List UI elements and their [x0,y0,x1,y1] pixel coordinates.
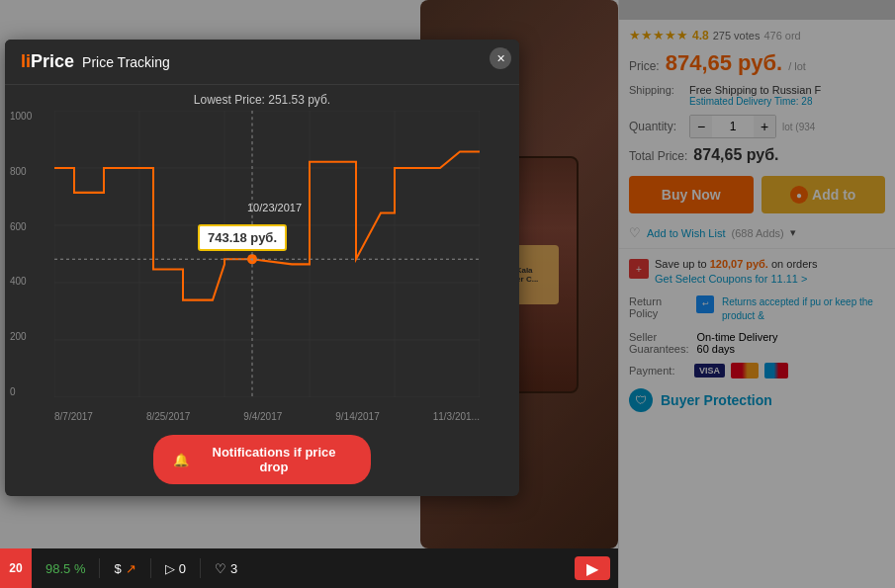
toolbar-percent-item[interactable]: 98.5 % [32,561,99,576]
youtube-button[interactable]: ▶ [575,556,610,580]
y-label-200: 200 [10,331,32,342]
y-label-800: 800 [10,166,32,177]
x-label-4: 9/14/2017 [335,411,380,422]
toolbar-hearts-item[interactable]: ♡ 3 [201,561,251,576]
y-label-1000: 1000 [10,111,32,122]
arrow-up-icon: ↗ [126,561,136,576]
play-icon: ▷ [165,561,175,576]
price-chart: 0 200 400 600 800 1000 [5,111,519,427]
chart-svg [54,111,480,397]
lowest-price-label: Lowest Price: 251.53 руб. [5,85,519,111]
x-label-2: 8/25/2017 [146,411,191,422]
y-label-0: 0 [10,386,32,397]
tooltip-price: 743.18 руб. [198,224,287,251]
hearts-count: 3 [230,561,237,576]
heart-outline-icon: ♡ [215,561,226,576]
y-label-400: 400 [10,276,32,287]
x-axis-labels: 8/7/2017 8/25/2017 9/4/2017 9/14/2017 11… [54,411,480,422]
logo-price: Price [31,51,74,71]
x-label-1: 8/7/2017 [54,411,93,422]
modal-close-button[interactable]: ✕ [490,47,511,69]
notify-button[interactable]: 🔔 Notifications if price drop [153,435,371,484]
bottom-toolbar: 20 98.5 % $ ↗ ▷ 0 ♡ 3 ▶ [0,548,618,588]
plays-count: 0 [179,561,186,576]
toolbar-dollar-item[interactable]: $ ↗ [100,561,149,576]
dollar-icon: $ [114,561,121,576]
percent-value: 98.5 % [45,561,85,576]
youtube-icon: ▶ [586,559,598,578]
logo-li: li [21,51,31,71]
tooltip-date: 10/23/2017 [247,202,302,213]
modal-title: Price Tracking [82,54,170,70]
modal-header: liPrice Price Tracking ⚙ [5,40,519,85]
notify-label: Notifications if price drop [197,445,351,474]
y-label-600: 600 [10,221,32,232]
price-modal: ✕ liPrice Price Tracking ⚙ Lowest Price:… [5,40,519,496]
x-label-5: 11/3/201... [433,411,480,422]
modal-logo: liPrice [21,51,74,72]
toolbar-plays-item[interactable]: ▷ 0 [151,561,200,576]
y-axis-labels: 0 200 400 600 800 1000 [10,111,32,397]
x-label-3: 9/4/2017 [243,411,282,422]
bell-icon: 🔔 [173,453,189,467]
toolbar-badge: 20 [0,548,32,588]
